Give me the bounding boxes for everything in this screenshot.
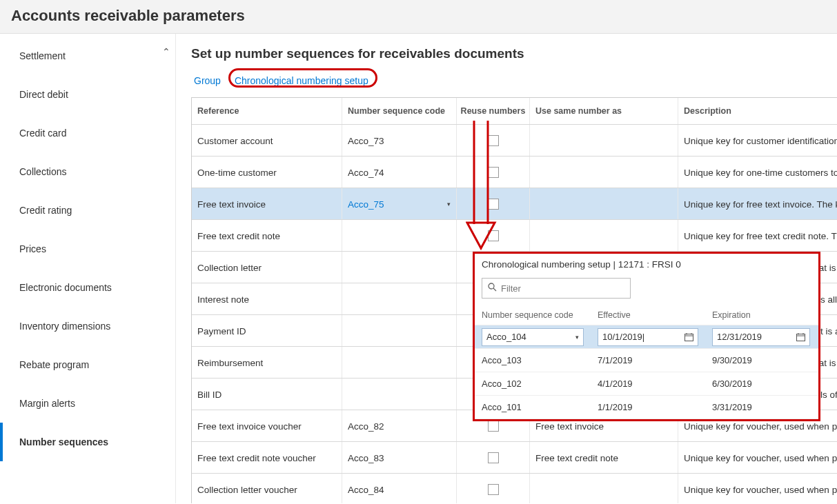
sidebar-item-rebate-program[interactable]: Rebate program (0, 345, 175, 384)
cell-code[interactable] (342, 252, 457, 283)
col-reuse[interactable]: Reuse numbers (457, 98, 530, 124)
cell-same-as[interactable] (530, 125, 678, 156)
col-same[interactable]: Use same number as (530, 98, 678, 124)
popup-col-eff[interactable]: Effective (591, 305, 705, 325)
popup-row[interactable]: Acco_1037/1/20199/30/2019 (475, 349, 818, 372)
table-row[interactable]: One-time customerAcco_74Unique key for o… (192, 157, 837, 188)
table-row[interactable]: Free text credit noteUnique key for free… (192, 220, 837, 252)
cell-reference: Free text credit note voucher (192, 442, 342, 473)
action-links: Group Chronological numbering setup (191, 74, 837, 88)
popup-cell-code[interactable]: Acco_104▾ (475, 325, 591, 348)
cell-same-as[interactable] (530, 157, 678, 188)
calendar-icon[interactable] (685, 333, 693, 341)
cell-reference: Free text invoice voucher (192, 410, 342, 441)
table-row[interactable]: Free text invoiceAcco_75▾Unique key for … (192, 188, 837, 220)
table-row[interactable]: Free text credit note voucherAcco_83Free… (192, 442, 837, 474)
cell-reference: Bill ID (192, 379, 342, 410)
popup-cell-expiration[interactable]: 9/30/2019 (705, 349, 817, 372)
sidebar-item-credit-rating[interactable]: Credit rating (0, 191, 175, 230)
popup-col-code[interactable]: Number sequence code (475, 305, 591, 325)
cell-code[interactable]: Acco_83 (342, 442, 457, 473)
cell-reuse (457, 125, 530, 156)
popup-cell-expiration[interactable]: 6/30/2019 (705, 372, 817, 395)
cell-reuse (457, 442, 530, 473)
col-code[interactable]: Number sequence code (342, 98, 457, 124)
sidebar-item-inventory-dimensions[interactable]: Inventory dimensions (0, 307, 175, 345)
chrono-setup-link[interactable]: Chronological numbering setup (232, 74, 371, 88)
sidebar-item-credit-card[interactable]: Credit card (0, 114, 175, 152)
cell-code[interactable]: Acco_74 (342, 157, 457, 188)
popup-cell-effective[interactable]: 7/1/2019 (591, 349, 705, 372)
cell-code[interactable]: Acco_84 (342, 474, 457, 503)
popup-cell-expiration[interactable]: 3/31/2019 (705, 396, 817, 419)
popup-row[interactable]: Acco_1024/1/20196/30/2019 (475, 372, 818, 396)
cell-code[interactable] (342, 347, 457, 378)
filter-box[interactable] (482, 278, 631, 299)
popup-cell-expiration[interactable]: 12/31/2019 (705, 325, 817, 348)
cell-code[interactable]: Acco_73 (342, 125, 457, 156)
cell-code[interactable] (342, 379, 457, 410)
popup-row[interactable]: Acco_104▾10/1/2019|12/31/2019 (475, 325, 818, 349)
sidebar-item-settlement[interactable]: Settlement (0, 37, 175, 75)
chevron-down-icon[interactable]: ▾ (447, 201, 451, 208)
popup-col-exp[interactable]: Expiration (705, 305, 817, 325)
cell-reference: One-time customer (192, 157, 342, 188)
cell-reuse (457, 474, 530, 503)
sidebar-item-prices[interactable]: Prices (0, 230, 175, 268)
cell-description: Unique key for voucher, used when postin… (678, 442, 837, 473)
cell-reference: Free text invoice (192, 188, 342, 219)
reuse-checkbox[interactable] (488, 167, 499, 178)
cell-description: Unique key for free text invoice. The ke… (678, 188, 837, 219)
grid-header-row: Reference Number sequence code Reuse num… (192, 98, 837, 125)
sidebar-item-margin-alerts[interactable]: Margin alerts (0, 384, 175, 423)
popup-cell-code[interactable]: Acco_102 (475, 372, 591, 395)
table-row[interactable]: Collection letter voucherAcco_84Unique k… (192, 474, 837, 503)
cell-same-as[interactable]: Free text credit note (530, 442, 678, 473)
reuse-checkbox[interactable] (488, 421, 499, 432)
popup-cell-effective[interactable]: 4/1/2019 (591, 372, 705, 395)
filter-input[interactable] (501, 283, 624, 294)
cell-code[interactable] (342, 315, 457, 346)
popup-title: Chronological numbering setup | 12171 : … (475, 254, 818, 275)
group-link[interactable]: Group (191, 74, 224, 88)
cell-reference: Collection letter (192, 252, 342, 283)
col-desc[interactable]: Description (678, 98, 837, 124)
svg-line-4 (493, 288, 496, 291)
popup-row[interactable]: Acco_1011/1/20193/31/2019 (475, 396, 818, 419)
cell-code[interactable]: Acco_75▾ (342, 188, 457, 219)
chevron-down-icon[interactable]: ▾ (575, 334, 579, 341)
reuse-checkbox[interactable] (488, 135, 499, 146)
reuse-checkbox[interactable] (488, 452, 499, 463)
sidebar-item-electronic-documents[interactable]: Electronic documents (0, 268, 175, 307)
sidebar-item-number-sequences[interactable]: Number sequences (0, 423, 175, 461)
chrono-setup-popup: Chronological numbering setup | 12171 : … (473, 252, 820, 421)
cell-reference: Reimbursement (192, 347, 342, 378)
cell-same-as[interactable] (530, 474, 678, 503)
sidebar-collapse-icon[interactable]: ⌃ (161, 46, 171, 57)
section-title: Set up number sequences for receivables … (191, 46, 837, 61)
reuse-checkbox[interactable] (488, 230, 499, 241)
sidebar-item-direct-debit[interactable]: Direct debit (0, 75, 175, 114)
cell-reference: Interest note (192, 283, 342, 314)
cell-code[interactable] (342, 220, 457, 251)
col-reference[interactable]: Reference (192, 98, 342, 124)
cell-reference: Free text credit note (192, 220, 342, 251)
cell-code[interactable] (342, 283, 457, 314)
cell-reuse (457, 220, 530, 251)
cell-same-as[interactable] (530, 220, 678, 251)
popup-cell-effective[interactable]: 10/1/2019| (591, 325, 705, 348)
cell-description: Unique key for voucher, used when postin… (678, 474, 837, 503)
sidebar-item-collections[interactable]: Collections (0, 152, 175, 191)
popup-cell-code[interactable]: Acco_103 (475, 349, 591, 372)
svg-rect-5 (685, 334, 693, 341)
cell-same-as[interactable] (530, 188, 678, 219)
sidebar: ⌃ SettlementDirect debitCredit cardColle… (0, 34, 176, 503)
reuse-checkbox[interactable] (488, 484, 499, 495)
popup-cell-effective[interactable]: 1/1/2019 (591, 396, 705, 419)
popup-cell-code[interactable]: Acco_101 (475, 396, 591, 419)
calendar-icon[interactable] (796, 333, 805, 341)
reuse-checkbox[interactable] (488, 199, 499, 210)
table-row[interactable]: Customer accountAcco_73Unique key for cu… (192, 125, 837, 157)
cell-code[interactable]: Acco_82 (342, 410, 457, 441)
svg-rect-9 (797, 334, 805, 341)
